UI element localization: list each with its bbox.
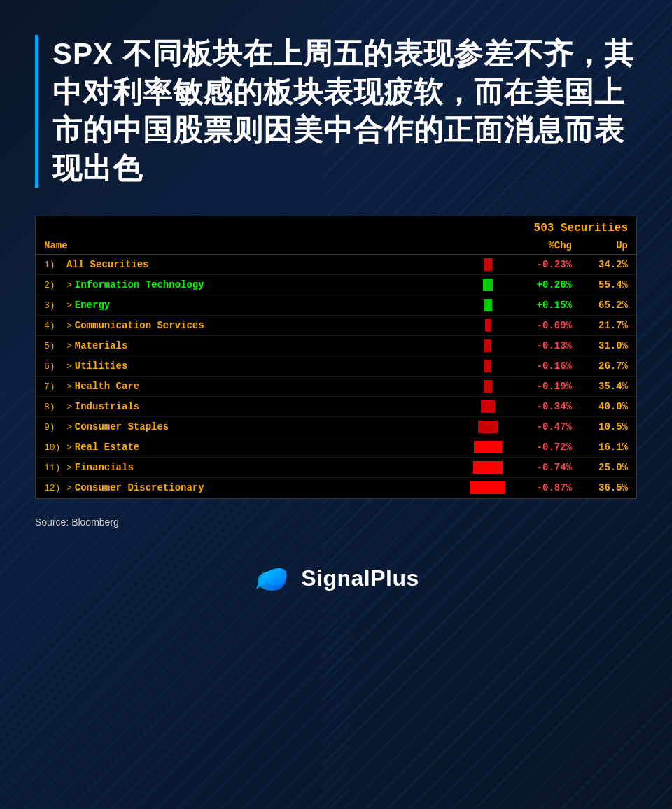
- pct-change-value: +0.26%: [516, 279, 572, 290]
- pct-change-value: -0.23%: [516, 259, 572, 270]
- row-sector-name: Consumer Staples: [75, 421, 169, 432]
- col-pct-chg: %Chg: [516, 240, 572, 251]
- row-number: 9): [44, 422, 64, 432]
- up-value: 16.1%: [572, 442, 628, 453]
- change-bar: [473, 461, 503, 474]
- table-row: 9) > Consumer Staples -0.47% 10.5%: [36, 417, 636, 437]
- row-number: 8): [44, 402, 64, 412]
- row-number: 12): [44, 483, 64, 493]
- row-expand-arrow[interactable]: >: [66, 280, 72, 290]
- col-up: Up: [572, 240, 628, 251]
- up-value: 10.5%: [572, 421, 628, 432]
- securities-count: 503 Securities: [534, 222, 628, 234]
- row-expand-arrow[interactable]: >: [66, 422, 72, 432]
- row-sector-name: Real Estate: [75, 442, 139, 453]
- row-number: 5): [44, 341, 64, 351]
- row-name-cell: 11) > Financials: [44, 462, 460, 473]
- row-number: 4): [44, 321, 64, 331]
- change-bar: [484, 380, 492, 393]
- bar-cell: [460, 299, 516, 311]
- pct-change-value: -0.13%: [516, 340, 572, 351]
- change-bar: [481, 400, 495, 413]
- row-sector-name: All Securities: [66, 259, 149, 270]
- row-sector-name: Materials: [75, 340, 128, 351]
- row-expand-arrow[interactable]: >: [66, 381, 72, 392]
- table-row: 7) > Health Care -0.19% 35.4%: [36, 377, 636, 397]
- change-bar: [485, 319, 491, 332]
- up-value: 35.4%: [572, 381, 628, 392]
- table-row: 3) > Energy +0.15% 65.2%: [36, 295, 636, 316]
- pct-change-value: -0.72%: [516, 442, 572, 453]
- row-name-cell: 3) > Energy: [44, 300, 460, 311]
- row-number: 6): [44, 361, 64, 372]
- table-row: 5) > Materials -0.13% 31.0%: [36, 336, 636, 356]
- col-bar: [460, 240, 516, 251]
- pct-change-value: -0.19%: [516, 381, 572, 392]
- bloomberg-table: 503 Securities Name %Chg Up 1) All Secur…: [35, 216, 637, 499]
- row-expand-arrow[interactable]: >: [66, 402, 72, 412]
- pct-change-value: -0.47%: [516, 421, 572, 432]
- up-value: 36.5%: [572, 482, 628, 493]
- change-bar: [484, 299, 492, 311]
- pct-change-value: -0.74%: [516, 462, 572, 473]
- table-body: 1) All Securities -0.23% 34.2% 2) > Info…: [36, 255, 636, 498]
- bar-cell: [460, 339, 516, 352]
- pct-change-value: +0.15%: [516, 300, 572, 311]
- row-number: 10): [44, 442, 64, 453]
- change-bar: [483, 279, 493, 291]
- row-expand-arrow[interactable]: >: [66, 442, 72, 453]
- row-number: 3): [44, 300, 64, 311]
- row-sector-name: Financials: [75, 462, 134, 473]
- row-name-cell: 5) > Materials: [44, 340, 460, 351]
- up-value: 31.0%: [572, 340, 628, 351]
- col-name: Name: [44, 240, 460, 251]
- pct-change-value: -0.87%: [516, 482, 572, 493]
- logo-section: SignalPlus: [35, 563, 637, 594]
- change-bar: [484, 360, 491, 372]
- up-value: 21.7%: [572, 320, 628, 331]
- up-value: 25.0%: [572, 462, 628, 473]
- table-row: 8) > Industrials -0.34% 40.0%: [36, 397, 636, 417]
- bar-cell: [460, 279, 516, 291]
- row-name-cell: 6) > Utilities: [44, 360, 460, 372]
- source-text: Source: Bloomberg: [35, 516, 637, 528]
- row-name-cell: 2) > Information Technology: [44, 279, 460, 290]
- table-row: 6) > Utilities -0.16% 26.7%: [36, 356, 636, 377]
- change-bar: [474, 441, 502, 453]
- row-sector-name: Utilities: [75, 360, 128, 372]
- row-name-cell: 8) > Industrials: [44, 401, 460, 412]
- table-row: 2) > Information Technology +0.26% 55.4%: [36, 275, 636, 295]
- bar-cell: [460, 319, 516, 332]
- table-row: 12) > Consumer Discretionary -0.87% 36.5…: [36, 478, 636, 498]
- row-sector-name: Information Technology: [75, 279, 204, 290]
- row-sector-name: Energy: [75, 300, 110, 311]
- row-expand-arrow[interactable]: >: [66, 463, 72, 473]
- table-header: 503 Securities: [36, 216, 636, 237]
- row-name-cell: 9) > Consumer Staples: [44, 421, 460, 432]
- up-value: 55.4%: [572, 279, 628, 290]
- row-sector-name: Communication Services: [75, 320, 204, 331]
- bar-cell: [460, 461, 516, 474]
- row-name-cell: 4) > Communication Services: [44, 320, 460, 331]
- bar-cell: [460, 421, 516, 433]
- signalplus-logo-icon: [253, 563, 291, 594]
- bar-cell: [460, 400, 516, 413]
- row-sector-name: Industrials: [75, 401, 139, 412]
- bar-cell: [460, 380, 516, 393]
- up-value: 26.7%: [572, 360, 628, 372]
- row-expand-arrow[interactable]: >: [66, 341, 72, 351]
- column-headers: Name %Chg Up: [36, 237, 636, 255]
- row-name-cell: 7) > Health Care: [44, 381, 460, 392]
- row-number: 2): [44, 280, 64, 290]
- logo-text: SignalPlus: [301, 565, 419, 591]
- table-row: 10) > Real Estate -0.72% 16.1%: [36, 437, 636, 458]
- row-expand-arrow[interactable]: >: [66, 321, 72, 331]
- bar-cell: [460, 441, 516, 453]
- bar-cell: [460, 481, 516, 494]
- row-number: 11): [44, 463, 64, 473]
- row-expand-arrow[interactable]: >: [66, 361, 72, 372]
- row-number: 7): [44, 381, 64, 392]
- row-expand-arrow[interactable]: >: [66, 483, 72, 493]
- row-expand-arrow[interactable]: >: [66, 300, 72, 311]
- pct-change-value: -0.09%: [516, 320, 572, 331]
